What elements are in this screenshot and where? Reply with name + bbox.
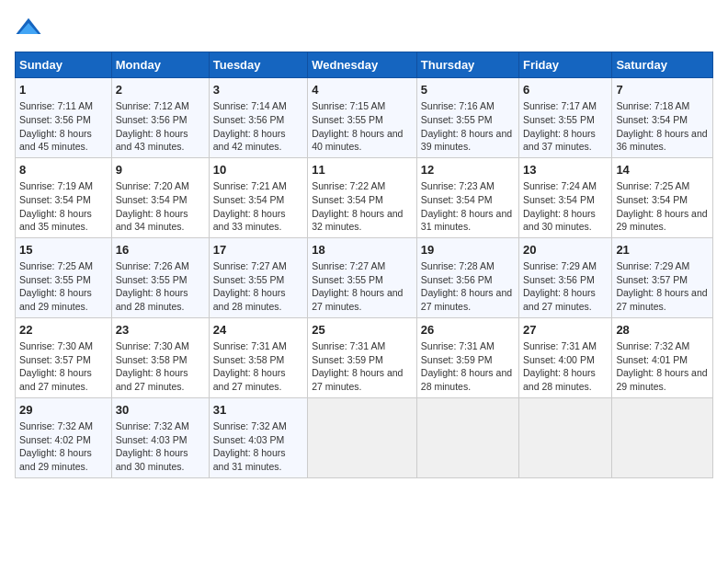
day-cell: 31Sunrise: 7:32 AMSunset: 4:03 PMDayligh… [209, 397, 307, 477]
page: SundayMondayTuesdayWednesdayThursdayFrid… [0, 0, 728, 488]
day-info: Sunrise: 7:23 AMSunset: 3:54 PMDaylight:… [421, 180, 512, 232]
day-number: 31 [213, 402, 303, 419]
day-info: Sunrise: 7:29 AMSunset: 3:56 PMDaylight:… [523, 260, 597, 312]
day-cell: 28Sunrise: 7:32 AMSunset: 4:01 PMDayligh… [612, 317, 713, 397]
day-cell: 24Sunrise: 7:31 AMSunset: 3:58 PMDayligh… [209, 317, 307, 397]
col-header-wednesday: Wednesday [308, 52, 417, 78]
day-cell: 7Sunrise: 7:18 AMSunset: 3:54 PMDaylight… [612, 78, 713, 158]
day-info: Sunrise: 7:11 AMSunset: 3:56 PMDaylight:… [19, 100, 93, 152]
day-number: 17 [213, 242, 303, 259]
day-cell: 5Sunrise: 7:16 AMSunset: 3:55 PMDaylight… [416, 78, 518, 158]
day-info: Sunrise: 7:12 AMSunset: 3:56 PMDaylight:… [116, 100, 189, 152]
day-number: 6 [523, 82, 608, 98]
day-cell: 12Sunrise: 7:23 AMSunset: 3:54 PMDayligh… [416, 157, 518, 237]
calendar-table: SundayMondayTuesdayWednesdayThursdayFrid… [15, 52, 713, 478]
day-info: Sunrise: 7:18 AMSunset: 3:54 PMDaylight:… [616, 100, 707, 152]
day-number: 3 [213, 82, 303, 98]
day-info: Sunrise: 7:14 AMSunset: 3:56 PMDaylight:… [213, 100, 287, 152]
day-cell: 18Sunrise: 7:27 AMSunset: 3:55 PMDayligh… [308, 237, 417, 317]
day-number: 16 [116, 242, 205, 259]
day-info: Sunrise: 7:32 AMSunset: 4:01 PMDaylight:… [616, 340, 707, 392]
day-number: 24 [213, 322, 303, 339]
day-cell: 9Sunrise: 7:20 AMSunset: 3:54 PMDaylight… [111, 157, 209, 237]
day-info: Sunrise: 7:25 AMSunset: 3:55 PMDaylight:… [19, 260, 93, 312]
day-number: 8 [19, 162, 108, 178]
day-cell: 25Sunrise: 7:31 AMSunset: 3:59 PMDayligh… [308, 317, 417, 397]
day-info: Sunrise: 7:31 AMSunset: 3:59 PMDaylight:… [421, 340, 512, 392]
header [15, 15, 713, 42]
day-cell: 29Sunrise: 7:32 AMSunset: 4:02 PMDayligh… [16, 397, 112, 477]
day-number: 7 [616, 82, 709, 98]
day-cell [519, 397, 612, 477]
day-cell: 19Sunrise: 7:28 AMSunset: 3:56 PMDayligh… [416, 237, 518, 317]
day-cell: 27Sunrise: 7:31 AMSunset: 4:00 PMDayligh… [519, 317, 612, 397]
day-info: Sunrise: 7:19 AMSunset: 3:54 PMDaylight:… [19, 180, 93, 232]
day-number: 29 [19, 402, 108, 419]
day-info: Sunrise: 7:25 AMSunset: 3:54 PMDaylight:… [616, 180, 707, 232]
day-info: Sunrise: 7:31 AMSunset: 3:59 PMDaylight:… [312, 340, 403, 392]
day-cell: 11Sunrise: 7:22 AMSunset: 3:54 PMDayligh… [308, 157, 417, 237]
day-info: Sunrise: 7:27 AMSunset: 3:55 PMDaylight:… [312, 260, 403, 312]
day-info: Sunrise: 7:32 AMSunset: 4:02 PMDaylight:… [19, 420, 93, 472]
day-number: 1 [19, 82, 108, 98]
week-row-5: 29Sunrise: 7:32 AMSunset: 4:02 PMDayligh… [16, 397, 713, 477]
day-number: 10 [213, 162, 303, 178]
week-row-3: 15Sunrise: 7:25 AMSunset: 3:55 PMDayligh… [16, 237, 713, 317]
day-number: 25 [312, 322, 413, 339]
day-cell [308, 397, 417, 477]
day-number: 5 [421, 82, 515, 98]
col-header-saturday: Saturday [612, 52, 713, 78]
col-header-thursday: Thursday [416, 52, 518, 78]
day-number: 22 [19, 322, 108, 339]
day-number: 19 [421, 242, 515, 259]
day-cell: 17Sunrise: 7:27 AMSunset: 3:55 PMDayligh… [209, 237, 307, 317]
day-cell: 8Sunrise: 7:19 AMSunset: 3:54 PMDaylight… [16, 157, 112, 237]
day-info: Sunrise: 7:22 AMSunset: 3:54 PMDaylight:… [312, 180, 403, 232]
day-number: 14 [616, 162, 709, 178]
day-info: Sunrise: 7:24 AMSunset: 3:54 PMDaylight:… [523, 180, 597, 232]
day-number: 18 [312, 242, 413, 259]
day-number: 4 [312, 82, 413, 98]
day-cell: 1Sunrise: 7:11 AMSunset: 3:56 PMDaylight… [16, 78, 112, 158]
day-info: Sunrise: 7:30 AMSunset: 3:57 PMDaylight:… [19, 340, 93, 392]
day-info: Sunrise: 7:21 AMSunset: 3:54 PMDaylight:… [213, 180, 287, 232]
day-info: Sunrise: 7:31 AMSunset: 3:58 PMDaylight:… [213, 340, 287, 392]
day-number: 23 [116, 322, 205, 339]
day-info: Sunrise: 7:29 AMSunset: 3:57 PMDaylight:… [616, 260, 707, 312]
day-cell: 14Sunrise: 7:25 AMSunset: 3:54 PMDayligh… [612, 157, 713, 237]
day-number: 26 [421, 322, 515, 339]
col-header-monday: Monday [111, 52, 209, 78]
col-header-friday: Friday [519, 52, 612, 78]
day-number: 28 [616, 322, 709, 339]
day-info: Sunrise: 7:26 AMSunset: 3:55 PMDaylight:… [116, 260, 189, 312]
day-number: 11 [312, 162, 413, 178]
day-cell: 22Sunrise: 7:30 AMSunset: 3:57 PMDayligh… [16, 317, 112, 397]
week-row-4: 22Sunrise: 7:30 AMSunset: 3:57 PMDayligh… [16, 317, 713, 397]
day-cell: 21Sunrise: 7:29 AMSunset: 3:57 PMDayligh… [612, 237, 713, 317]
day-number: 9 [116, 162, 205, 178]
day-cell: 13Sunrise: 7:24 AMSunset: 3:54 PMDayligh… [519, 157, 612, 237]
day-number: 30 [116, 402, 205, 419]
logo-icon [15, 15, 42, 42]
day-cell: 6Sunrise: 7:17 AMSunset: 3:55 PMDaylight… [519, 78, 612, 158]
day-cell [416, 397, 518, 477]
day-cell: 2Sunrise: 7:12 AMSunset: 3:56 PMDaylight… [111, 78, 209, 158]
day-info: Sunrise: 7:32 AMSunset: 4:03 PMDaylight:… [116, 420, 189, 472]
day-cell: 16Sunrise: 7:26 AMSunset: 3:55 PMDayligh… [111, 237, 209, 317]
day-cell: 26Sunrise: 7:31 AMSunset: 3:59 PMDayligh… [416, 317, 518, 397]
col-header-sunday: Sunday [16, 52, 112, 78]
day-info: Sunrise: 7:20 AMSunset: 3:54 PMDaylight:… [116, 180, 189, 232]
header-row: SundayMondayTuesdayWednesdayThursdayFrid… [16, 52, 713, 78]
day-info: Sunrise: 7:31 AMSunset: 4:00 PMDaylight:… [523, 340, 597, 392]
day-number: 27 [523, 322, 608, 339]
day-info: Sunrise: 7:16 AMSunset: 3:55 PMDaylight:… [421, 100, 512, 152]
day-cell: 15Sunrise: 7:25 AMSunset: 3:55 PMDayligh… [16, 237, 112, 317]
day-number: 21 [616, 242, 709, 259]
day-number: 12 [421, 162, 515, 178]
day-info: Sunrise: 7:27 AMSunset: 3:55 PMDaylight:… [213, 260, 287, 312]
day-cell: 20Sunrise: 7:29 AMSunset: 3:56 PMDayligh… [519, 237, 612, 317]
day-info: Sunrise: 7:32 AMSunset: 4:03 PMDaylight:… [213, 420, 287, 472]
day-number: 15 [19, 242, 108, 259]
day-number: 2 [116, 82, 205, 98]
day-info: Sunrise: 7:17 AMSunset: 3:55 PMDaylight:… [523, 100, 597, 152]
